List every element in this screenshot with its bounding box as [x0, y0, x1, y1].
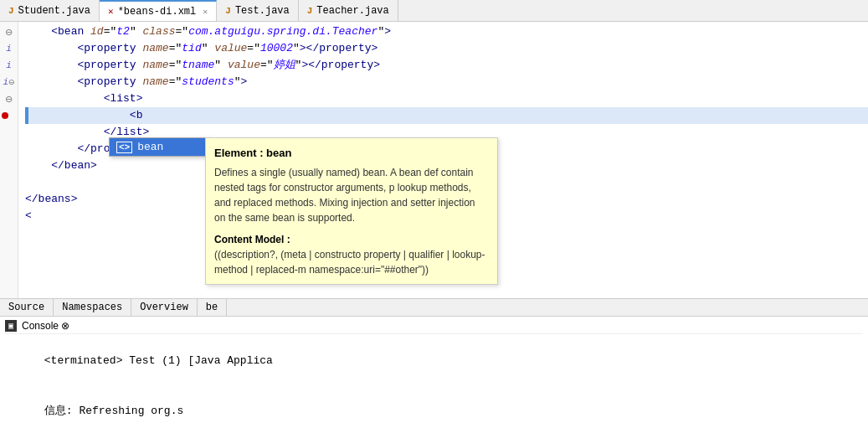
gutter-4: i⊖: [0, 74, 18, 90]
code-line-6: <b: [25, 107, 868, 124]
code-line-3: <property name="tname" value="婷姐" ></pro…: [25, 57, 868, 74]
tab-overview[interactable]: Overview: [131, 299, 198, 316]
tab-test[interactable]: J Test.java: [217, 0, 298, 21]
tab-namespaces[interactable]: Namespaces: [54, 299, 131, 316]
tab-teacher[interactable]: J Teacher.java: [299, 0, 398, 21]
bottom-section: Source Namespaces Overview be ▣ Console …: [0, 298, 868, 423]
doc-content-model-title: Content Model :: [214, 232, 489, 247]
gutter-7: [0, 124, 18, 141]
selection-border: [25, 107, 28, 124]
doc-popup-title: Element : bean: [214, 145, 489, 162]
console-area: ▣ Console ⊗ <terminated> Test (1) [Java …: [0, 317, 868, 423]
java-icon-3: J: [307, 6, 313, 16]
console-terminated: <terminated> Test (1) [Java Applica: [5, 336, 863, 386]
xml-bottom-tabs: Source Namespaces Overview be: [0, 298, 868, 317]
console-header-label: Console ⊗: [22, 320, 69, 332]
gutter-11: [0, 191, 18, 208]
console-line-1: 信息: Refreshing org.s: [5, 386, 863, 423]
xml-icon: ✕: [108, 6, 114, 17]
java-icon: J: [8, 6, 14, 16]
code-line-4: <property name="students" >: [25, 74, 868, 90]
gutter-1: ⊖: [0, 23, 18, 40]
gutter-2: i: [0, 40, 18, 57]
gutter-8: [0, 141, 18, 157]
autocomplete-label-bean: bean: [137, 141, 163, 153]
tab-source[interactable]: Source: [0, 299, 54, 316]
gutter-5: ⊖: [0, 90, 18, 107]
editor-area: ⊖ i i i⊖ ⊖ <bean id="t2" class="com.atgu…: [0, 22, 868, 298]
tab-student[interactable]: J Student.java: [0, 0, 100, 21]
console-icon: ▣: [5, 320, 17, 332]
doc-content-model-body: ((description?, (meta | constructo prope…: [214, 247, 489, 277]
java-icon-2: J: [225, 6, 231, 16]
gutter-3: i: [0, 57, 18, 74]
gutter-9: [0, 157, 18, 174]
code-line-1: <bean id="t2" class="com.atguigu.spring.…: [25, 23, 868, 40]
console-header: ▣ Console ⊗: [5, 318, 863, 334]
code-line-5: <list>: [25, 90, 868, 107]
tab-beans-di[interactable]: ✕ *beans-di.xml ✕: [100, 0, 217, 21]
line-gutter: ⊖ i i i⊖ ⊖: [0, 22, 18, 298]
gutter-12: [0, 208, 18, 224]
tab-test-label: Test.java: [235, 5, 290, 17]
close-icon[interactable]: ✕: [203, 7, 208, 17]
doc-popup: Element : bean Defines a single (usually…: [205, 137, 498, 285]
doc-popup-body: Defines a single (usually named) bean. A…: [214, 165, 489, 225]
element-icon: <>: [116, 142, 132, 153]
autocomplete-item-bean[interactable]: <> bean: [110, 138, 208, 156]
tab-student-label: Student.java: [18, 5, 90, 17]
gutter-10: [0, 174, 18, 191]
tab-beans-di-label: *beans-di.xml: [118, 6, 197, 18]
autocomplete-dropdown[interactable]: <> bean: [109, 137, 209, 157]
error-dot: [2, 112, 8, 119]
tab-be[interactable]: be: [198, 299, 227, 316]
gutter-6: [0, 107, 18, 124]
tab-bar: J Student.java ✕ *beans-di.xml ✕ J Test.…: [0, 0, 868, 22]
tab-teacher-label: Teacher.java: [316, 5, 388, 17]
code-line-2: <property name="tid" value="10002" ></pr…: [25, 40, 868, 57]
